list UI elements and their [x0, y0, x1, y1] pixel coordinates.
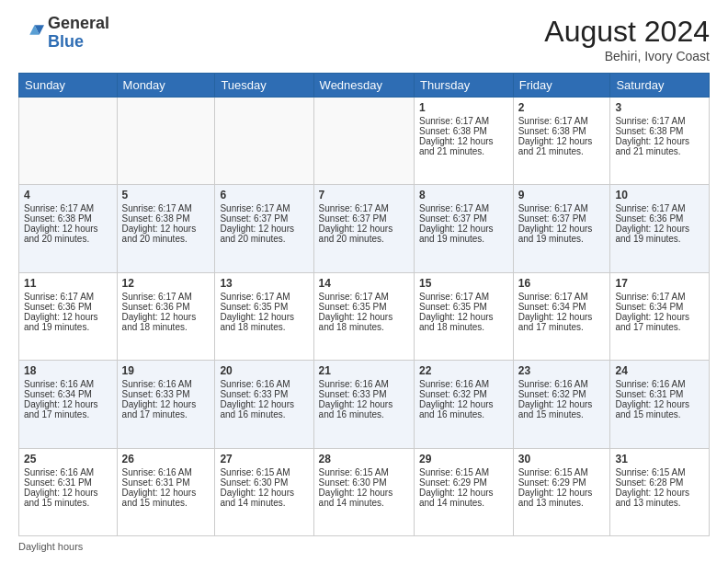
day-number: 17	[615, 277, 704, 290]
day-info: Sunset: 6:37 PM	[319, 213, 409, 224]
day-info: Daylight: 12 hours and 19 minutes.	[24, 312, 112, 332]
col-header-saturday: Saturday	[610, 74, 710, 98]
calendar-header-row: SundayMondayTuesdayWednesdayThursdayFrid…	[19, 74, 710, 98]
day-number: 11	[24, 277, 112, 290]
day-info: Sunrise: 6:15 AM	[615, 467, 704, 477]
calendar-cell: 25Sunrise: 6:16 AMSunset: 6:31 PMDayligh…	[19, 448, 118, 535]
day-number: 20	[220, 364, 308, 377]
calendar-cell: 16Sunrise: 6:17 AMSunset: 6:34 PMDayligh…	[513, 272, 610, 360]
day-number: 24	[615, 364, 704, 377]
logo: General Blue	[18, 15, 109, 52]
day-info: Sunrise: 6:16 AM	[319, 379, 409, 389]
calendar-cell: 27Sunrise: 6:15 AMSunset: 6:30 PMDayligh…	[215, 448, 313, 535]
calendar-cell: 8Sunrise: 6:17 AMSunset: 6:37 PMDaylight…	[414, 185, 513, 272]
day-info: Daylight: 12 hours and 20 minutes.	[220, 224, 308, 244]
day-info: Daylight: 12 hours and 21 minutes.	[419, 136, 508, 156]
day-info: Sunset: 6:36 PM	[615, 213, 704, 224]
day-info: Sunset: 6:35 PM	[220, 302, 308, 312]
day-info: Sunrise: 6:15 AM	[319, 467, 409, 477]
calendar-cell: 15Sunrise: 6:17 AMSunset: 6:35 PMDayligh…	[414, 272, 513, 360]
day-info: Sunset: 6:31 PM	[122, 477, 210, 488]
day-info: Daylight: 12 hours and 16 minutes.	[319, 399, 409, 419]
day-info: Sunset: 6:38 PM	[419, 126, 508, 136]
col-header-friday: Friday	[513, 74, 610, 98]
calendar-week-3: 11Sunrise: 6:17 AMSunset: 6:36 PMDayligh…	[19, 272, 710, 360]
day-info: Sunrise: 6:17 AM	[615, 203, 704, 213]
day-info: Daylight: 12 hours and 14 minutes.	[319, 488, 409, 508]
col-header-monday: Monday	[117, 74, 215, 98]
logo-icon	[18, 20, 44, 46]
day-info: Sunset: 6:34 PM	[24, 389, 112, 399]
day-info: Sunset: 6:35 PM	[319, 302, 409, 312]
day-info: Daylight: 12 hours and 18 minutes.	[419, 312, 508, 332]
calendar-cell: 20Sunrise: 6:16 AMSunset: 6:33 PMDayligh…	[215, 361, 313, 448]
col-header-thursday: Thursday	[414, 74, 513, 98]
day-info: Sunrise: 6:17 AM	[319, 203, 409, 213]
day-info: Daylight: 12 hours and 15 minutes.	[24, 488, 112, 508]
day-info: Sunrise: 6:17 AM	[220, 292, 308, 302]
location: Behiri, Ivory Coast	[544, 49, 710, 63]
day-info: Sunrise: 6:15 AM	[419, 467, 508, 477]
day-info: Sunset: 6:37 PM	[220, 213, 308, 224]
day-info: Sunrise: 6:16 AM	[615, 379, 704, 389]
day-info: Daylight: 12 hours and 16 minutes.	[419, 399, 508, 419]
day-info: Sunrise: 6:16 AM	[518, 379, 606, 389]
day-info: Daylight: 12 hours and 18 minutes.	[122, 312, 210, 332]
day-info: Sunrise: 6:16 AM	[419, 379, 508, 389]
day-info: Sunset: 6:38 PM	[615, 126, 704, 136]
calendar-cell: 17Sunrise: 6:17 AMSunset: 6:34 PMDayligh…	[610, 272, 710, 360]
day-info: Sunset: 6:33 PM	[122, 389, 210, 399]
day-number: 25	[24, 453, 112, 465]
day-number: 29	[419, 453, 508, 465]
day-info: Sunrise: 6:17 AM	[518, 116, 606, 126]
calendar-cell: 24Sunrise: 6:16 AMSunset: 6:31 PMDayligh…	[610, 361, 710, 448]
calendar-cell: 22Sunrise: 6:16 AMSunset: 6:32 PMDayligh…	[414, 361, 513, 448]
day-info: Daylight: 12 hours and 14 minutes.	[419, 488, 508, 508]
day-info: Sunset: 6:32 PM	[419, 389, 508, 399]
day-number: 16	[518, 277, 606, 290]
day-info: Sunrise: 6:16 AM	[122, 467, 210, 477]
calendar-cell: 30Sunrise: 6:15 AMSunset: 6:29 PMDayligh…	[513, 448, 610, 535]
day-number: 26	[122, 453, 210, 465]
day-info: Sunrise: 6:15 AM	[220, 467, 308, 477]
logo-text: General Blue	[48, 15, 109, 52]
day-info: Sunset: 6:38 PM	[122, 213, 210, 224]
day-info: Sunset: 6:37 PM	[419, 213, 508, 224]
day-info: Daylight: 12 hours and 15 minutes.	[122, 488, 210, 508]
calendar-cell	[19, 98, 118, 185]
day-number: 31	[615, 453, 704, 465]
day-info: Sunset: 6:36 PM	[122, 302, 210, 312]
header: General Blue August 2024 Behiri, Ivory C…	[18, 15, 710, 63]
calendar-cell: 23Sunrise: 6:16 AMSunset: 6:32 PMDayligh…	[513, 361, 610, 448]
day-info: Sunset: 6:34 PM	[518, 302, 606, 312]
day-number: 7	[319, 189, 409, 201]
day-info: Sunrise: 6:17 AM	[24, 203, 112, 213]
day-number: 12	[122, 277, 210, 290]
calendar-cell: 21Sunrise: 6:16 AMSunset: 6:33 PMDayligh…	[313, 361, 414, 448]
day-number: 14	[319, 277, 409, 290]
calendar-cell: 1Sunrise: 6:17 AMSunset: 6:38 PMDaylight…	[414, 98, 513, 185]
day-info: Sunset: 6:30 PM	[319, 477, 409, 488]
day-number: 1	[419, 101, 508, 114]
day-info: Sunrise: 6:17 AM	[24, 292, 112, 302]
day-number: 2	[518, 101, 606, 114]
calendar-cell	[117, 98, 215, 185]
calendar-cell: 19Sunrise: 6:16 AMSunset: 6:33 PMDayligh…	[117, 361, 215, 448]
day-info: Daylight: 12 hours and 21 minutes.	[615, 136, 704, 156]
daylight-label: Daylight hours	[18, 541, 83, 552]
calendar-cell: 5Sunrise: 6:17 AMSunset: 6:38 PMDaylight…	[117, 185, 215, 272]
day-info: Daylight: 12 hours and 17 minutes.	[122, 399, 210, 419]
calendar-cell: 18Sunrise: 6:16 AMSunset: 6:34 PMDayligh…	[19, 361, 118, 448]
day-number: 6	[220, 189, 308, 201]
day-number: 23	[518, 364, 606, 377]
calendar-cell: 28Sunrise: 6:15 AMSunset: 6:30 PMDayligh…	[313, 448, 414, 535]
calendar-cell: 13Sunrise: 6:17 AMSunset: 6:35 PMDayligh…	[215, 272, 313, 360]
day-number: 3	[615, 101, 704, 114]
calendar-cell: 11Sunrise: 6:17 AMSunset: 6:36 PMDayligh…	[19, 272, 118, 360]
calendar-table: SundayMondayTuesdayWednesdayThursdayFrid…	[18, 73, 710, 536]
col-header-sunday: Sunday	[19, 74, 118, 98]
day-info: Sunset: 6:31 PM	[615, 389, 704, 399]
day-info: Sunset: 6:38 PM	[518, 126, 606, 136]
calendar-cell: 2Sunrise: 6:17 AMSunset: 6:38 PMDaylight…	[513, 98, 610, 185]
day-info: Daylight: 12 hours and 14 minutes.	[220, 488, 308, 508]
